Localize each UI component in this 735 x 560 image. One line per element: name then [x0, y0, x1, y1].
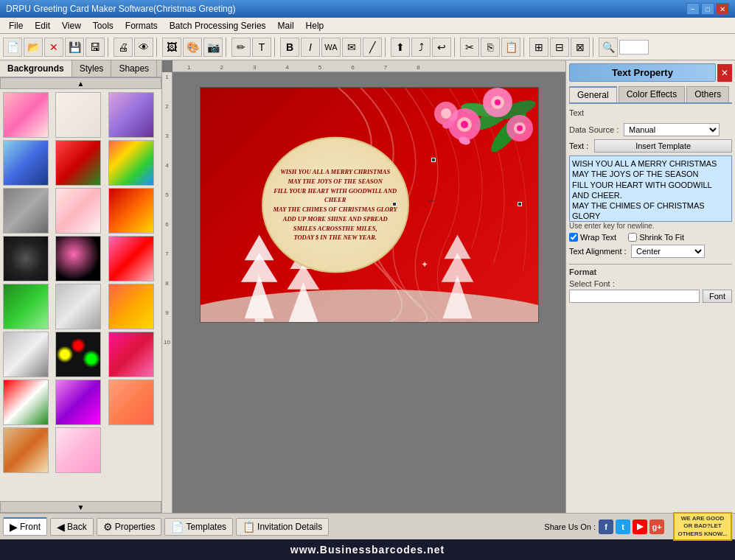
- image-button[interactable]: 🖼: [162, 38, 181, 57]
- thumbnail-item[interactable]: [3, 236, 49, 281]
- datasource-select[interactable]: Manual Database Excel: [624, 123, 720, 136]
- minimize-button[interactable]: −: [686, 3, 700, 15]
- canvas-container[interactable]: ✦ ✦ ✦ WISH YOU ALL A MERRY CHRISTMAS MAY…: [173, 72, 565, 513]
- thumbnail-item[interactable]: [108, 379, 154, 425]
- thumbnail-item[interactable]: [55, 379, 101, 425]
- save-button[interactable]: 💾: [65, 38, 84, 57]
- preview-button[interactable]: 👁: [134, 38, 153, 57]
- scroll-up[interactable]: ▲: [0, 77, 161, 89]
- thumbnail-item[interactable]: [108, 140, 154, 186]
- facebook-button[interactable]: f: [599, 519, 613, 534]
- wordart-button[interactable]: WA: [321, 38, 341, 57]
- print-button[interactable]: 🖨: [114, 38, 133, 57]
- menu-mail[interactable]: Mail: [272, 19, 300, 32]
- shrink-fit-checkbox[interactable]: [628, 233, 637, 242]
- cut-button[interactable]: ✂: [460, 38, 479, 57]
- front-label: Front: [20, 522, 41, 532]
- zoom-input[interactable]: 125%: [619, 40, 649, 55]
- thumbnail-item[interactable]: [55, 236, 101, 281]
- scroll-down[interactable]: ▼: [0, 501, 161, 513]
- menu-formats[interactable]: Formats: [119, 19, 164, 32]
- tab-shapes[interactable]: Shapes: [111, 60, 157, 77]
- menu-edit[interactable]: Edit: [29, 19, 56, 32]
- tab-invitation[interactable]: 📋 Invitation Details: [236, 518, 329, 536]
- thumbnail-item[interactable]: [55, 92, 101, 138]
- font-button[interactable]: Font: [703, 290, 732, 303]
- thumbnail-item[interactable]: [55, 332, 101, 377]
- thumbnail-item[interactable]: [3, 92, 49, 138]
- tab-others[interactable]: Others: [686, 86, 729, 102]
- thumbnail-item[interactable]: [108, 188, 154, 234]
- thumbnail-item[interactable]: [55, 140, 101, 186]
- delete-button[interactable]: ✕: [44, 38, 63, 57]
- save-as-button[interactable]: 🖫: [86, 38, 105, 57]
- email-button[interactable]: ✉: [342, 38, 361, 57]
- grid1-button[interactable]: ⊞: [529, 38, 548, 57]
- font-input[interactable]: Gabriola,Bold,12: [569, 290, 700, 303]
- text-button[interactable]: T: [252, 38, 271, 57]
- thumbnail-item[interactable]: [55, 188, 101, 234]
- back-button[interactable]: ↩: [432, 38, 451, 57]
- back-label: Back: [67, 522, 87, 532]
- italic-button[interactable]: I: [301, 38, 320, 57]
- templates-icon: 📄: [171, 521, 184, 533]
- tab-front[interactable]: ▶ Front: [3, 517, 47, 536]
- new-button[interactable]: 📄: [3, 38, 22, 57]
- greeting-card[interactable]: ✦ ✦ ✦ WISH YOU ALL A MERRY CHRISTMAS MAY…: [200, 87, 539, 323]
- menu-file[interactable]: File: [3, 19, 29, 32]
- tab-back[interactable]: ◀ Back: [50, 518, 94, 536]
- thumbnail-item[interactable]: [108, 332, 154, 377]
- text-textarea[interactable]: WISH YOU ALL A MERRY CHRISTMAS MAY THE J…: [569, 155, 732, 222]
- left-panel: Backgrounds Styles Shapes ▲: [0, 60, 162, 513]
- menu-tools[interactable]: Tools: [87, 19, 119, 32]
- thumbnail-item[interactable]: [108, 284, 154, 329]
- paste-button[interactable]: 📋: [501, 38, 520, 57]
- card-text[interactable]: WISH YOU ALL A MERRY CHRISTMAS MAY THE J…: [265, 167, 405, 242]
- thumbnail-item[interactable]: [108, 236, 154, 281]
- menu-batch[interactable]: Batch Processing Series: [164, 19, 272, 32]
- thumbnail-item[interactable]: [3, 332, 49, 377]
- thumbnail-item[interactable]: [3, 140, 49, 186]
- tab-general[interactable]: General: [569, 86, 617, 102]
- zoom-out-button[interactable]: 🔍: [599, 38, 618, 57]
- thumbnail-item[interactable]: [3, 379, 49, 425]
- insert-template-button[interactable]: Insert Template: [594, 139, 732, 153]
- youtube-button[interactable]: ▶: [633, 519, 647, 534]
- tab-styles[interactable]: Styles: [72, 60, 112, 77]
- alignment-select[interactable]: Left Center Right Justify: [631, 245, 705, 258]
- thumbnail-item[interactable]: [3, 188, 49, 234]
- maximize-button[interactable]: □: [701, 3, 714, 15]
- color-button[interactable]: 🎨: [183, 38, 202, 57]
- twitter-button[interactable]: t: [616, 519, 630, 534]
- thumbnail-item[interactable]: [3, 427, 49, 473]
- svg-marker-27: [444, 235, 470, 259]
- selection-handle-top[interactable]: [431, 158, 436, 162]
- tab-backgrounds[interactable]: Backgrounds: [0, 60, 72, 77]
- bold-button[interactable]: B: [280, 38, 299, 57]
- thumbnail-item[interactable]: [108, 92, 154, 138]
- pencil-button[interactable]: ✏: [231, 38, 251, 57]
- tab-templates[interactable]: 📄 Templates: [164, 518, 233, 536]
- thumbnail-item[interactable]: [55, 427, 101, 473]
- grid3-button[interactable]: ⊠: [571, 38, 590, 57]
- thumbnail-item[interactable]: [3, 284, 49, 329]
- tab-properties[interactable]: ⚙ Properties: [97, 518, 162, 536]
- grid2-button[interactable]: ⊟: [550, 38, 569, 57]
- share-button[interactable]: ⤴: [411, 38, 431, 57]
- wrap-text-checkbox[interactable]: [569, 233, 578, 242]
- wrap-text-label: Wrap Text: [580, 233, 616, 242]
- menu-view[interactable]: View: [56, 19, 87, 32]
- line-button[interactable]: ╱: [363, 38, 382, 57]
- open-button[interactable]: 📂: [24, 38, 43, 57]
- selection-handle-right[interactable]: [518, 202, 522, 206]
- window-controls: − □ ✕: [686, 3, 729, 15]
- property-close-button[interactable]: ✕: [717, 64, 732, 82]
- photo-button[interactable]: 📷: [203, 38, 223, 57]
- copy-button[interactable]: ⎘: [481, 38, 500, 57]
- tab-color-effects[interactable]: Color Effects: [619, 86, 685, 102]
- googleplus-button[interactable]: g+: [649, 519, 664, 534]
- export-button[interactable]: ⬆: [391, 38, 410, 57]
- close-button[interactable]: ✕: [716, 3, 729, 15]
- thumbnail-item[interactable]: [55, 284, 101, 329]
- menu-help[interactable]: Help: [300, 19, 330, 32]
